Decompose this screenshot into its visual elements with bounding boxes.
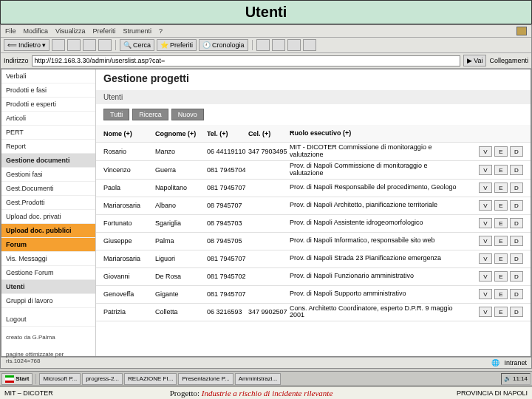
taskbar-item[interactable]: Presentazione P... — [178, 373, 233, 385]
row-action-e[interactable]: E — [494, 289, 508, 299]
row-action-e[interactable]: E — [494, 165, 508, 175]
cell-ruolo: MIT - DICOTER Commissione di monitoraggi… — [290, 144, 464, 159]
sidebar-resolution-note: pagine ottimizzate per ris.1024×768 — [1, 348, 95, 367]
home-button[interactable] — [98, 39, 112, 51]
row-action-e[interactable]: E — [494, 183, 508, 193]
sidebar-item[interactable]: Gest.Documenti — [1, 182, 95, 196]
sidebar-item[interactable]: Upload doc. privati — [1, 210, 95, 224]
col-cel[interactable]: Cel. (+) — [248, 130, 290, 137]
cell-cognome: De Rosa — [155, 273, 207, 280]
taskbar-item[interactable]: Amministrazi... — [235, 373, 281, 385]
taskbar-item[interactable]: RELAZIONE FI... — [124, 373, 177, 385]
menu-tools[interactable]: Strumenti — [123, 27, 151, 35]
breadcrumb: Utenti — [96, 90, 531, 104]
taskbar-item[interactable]: Microsoft P... — [39, 373, 81, 385]
table-row: GenoveffaGigante081 7945707Prov. di Napo… — [96, 286, 531, 304]
refresh-button[interactable] — [83, 39, 96, 51]
go-button[interactable]: ▶ Vai — [463, 55, 486, 66]
sidebar-item[interactable]: Verbali — [1, 69, 95, 83]
menu-favorites[interactable]: Preferiti — [92, 27, 115, 35]
sidebar-item[interactable]: Vis. Messaggi — [1, 252, 95, 266]
sidebar-item[interactable]: Gestioni fasi — [1, 168, 95, 182]
row-action-d[interactable]: D — [510, 236, 523, 246]
row-action-d[interactable]: D — [510, 307, 523, 317]
mail-button[interactable] — [256, 39, 270, 51]
row-action-d[interactable]: D — [510, 200, 523, 211]
row-action-v[interactable]: V — [479, 146, 492, 157]
sidebar-item[interactable]: Prodotti e esperti — [1, 98, 95, 112]
search-button[interactable]: 🔍 Cerca — [120, 39, 154, 51]
sidebar-item[interactable]: Gruppi di lavoro — [1, 294, 95, 308]
row-action-v[interactable]: V — [479, 218, 492, 228]
row-action-d[interactable]: D — [510, 218, 523, 228]
cell-nome: Genoveffa — [103, 290, 155, 298]
cell-ruolo: Prov. di Napoli Commissione di monitorag… — [290, 163, 464, 177]
row-action-d[interactable]: D — [510, 271, 523, 282]
taskbar-item[interactable]: progress-2... — [82, 373, 123, 385]
row-action-v[interactable]: V — [479, 165, 492, 175]
toolbar: ⟸ Indietro ▾ 🔍 Cerca ⭐ Preferiti 🕘 Crono… — [1, 38, 531, 53]
logout-link[interactable]: Logout — [1, 313, 95, 327]
history-button[interactable]: 🕘 Cronologia — [199, 39, 248, 51]
cell-ruolo: Prov. di Napoli Architetto, pianificazio… — [290, 202, 464, 209]
row-action-v[interactable]: V — [479, 289, 492, 299]
sidebar-item[interactable]: Gestione documenti — [1, 154, 95, 168]
main-panel: Gestione progetti Utenti Tutti Ricerca N… — [96, 69, 531, 356]
row-action-v[interactable]: V — [479, 183, 492, 193]
sidebar-item[interactable]: Articoli — [1, 112, 95, 126]
menu-view[interactable]: Visualizza — [55, 27, 85, 35]
sidebar-item[interactable]: Forum — [1, 238, 95, 252]
menu-file[interactable]: File — [5, 27, 16, 35]
row-action-v[interactable]: V — [479, 253, 492, 264]
sidebar-item[interactable]: Gest.Prodotti — [1, 196, 95, 210]
menu-edit[interactable]: Modifica — [24, 27, 49, 35]
row-action-e[interactable]: E — [494, 200, 508, 211]
tray-icon[interactable]: 🔊 — [504, 375, 511, 382]
tab-search[interactable]: Ricerca — [132, 109, 168, 120]
favorites-button[interactable]: ⭐ Preferiti — [157, 39, 197, 51]
row-action-e[interactable]: E — [494, 218, 508, 228]
links-label[interactable]: Collegamenti — [489, 57, 528, 64]
forward-button[interactable] — [52, 39, 65, 51]
row-action-e[interactable]: E — [494, 253, 508, 264]
menu-help[interactable]: ? — [159, 27, 163, 35]
row-action-d[interactable]: D — [510, 183, 523, 193]
row-action-e[interactable]: E — [494, 236, 508, 246]
sidebar-item[interactable]: Report — [1, 140, 95, 154]
address-input[interactable] — [32, 55, 461, 66]
sidebar-item[interactable]: Upload doc. pubblici — [1, 224, 95, 238]
print-button[interactable] — [272, 39, 285, 51]
cell-ruolo: Cons. Architetto Coordinatore, esperto D… — [290, 305, 464, 320]
edit-button[interactable] — [287, 39, 301, 51]
tabs-row: Tutti Ricerca Nuovo — [96, 107, 531, 122]
system-tray[interactable]: 🔊 11:14 — [501, 373, 531, 385]
tab-new[interactable]: Nuovo — [171, 109, 204, 120]
discuss-button[interactable] — [303, 39, 316, 51]
row-action-e[interactable]: E — [494, 146, 508, 157]
row-action-v[interactable]: V — [479, 236, 492, 246]
sidebar-item[interactable]: Prodotti e fasi — [1, 83, 95, 98]
row-action-v[interactable]: V — [479, 200, 492, 211]
sidebar-item[interactable]: Gestione Forum — [1, 266, 95, 280]
col-nome[interactable]: Nome (+) — [103, 130, 155, 137]
row-action-v[interactable]: V — [479, 271, 492, 282]
tab-all[interactable]: Tutti — [103, 109, 129, 120]
zone-label: Intranet — [504, 359, 527, 366]
row-action-d[interactable]: D — [510, 146, 523, 157]
back-button[interactable]: ⟸ Indietro ▾ — [4, 39, 50, 51]
col-ruolo[interactable]: Ruolo esecutivo (+) — [290, 130, 464, 137]
row-action-d[interactable]: D — [510, 253, 523, 264]
col-cognome[interactable]: Cognome (+) — [155, 130, 207, 137]
cell-nome: Patrizia — [103, 308, 155, 316]
sidebar-item[interactable]: Utenti — [1, 280, 95, 294]
sidebar: VerbaliProdotti e fasiProdotti e esperti… — [1, 69, 96, 356]
col-tel[interactable]: Tel. (+) — [207, 130, 248, 137]
row-action-e[interactable]: E — [494, 307, 508, 317]
stop-button[interactable] — [67, 39, 81, 51]
sidebar-item[interactable]: PERT — [1, 126, 95, 140]
row-action-e[interactable]: E — [494, 271, 508, 282]
row-action-d[interactable]: D — [510, 165, 523, 175]
row-action-d[interactable]: D — [510, 289, 523, 299]
row-action-v[interactable]: V — [479, 307, 492, 317]
start-button[interactable]: Start — [1, 373, 33, 385]
